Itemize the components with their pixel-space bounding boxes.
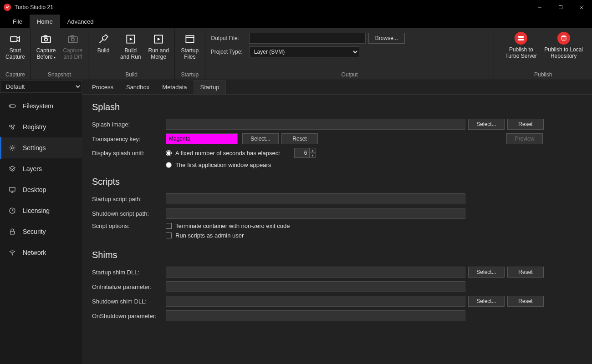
sidebar-item-licensing[interactable]: Licensing xyxy=(0,200,82,221)
oninit-input[interactable] xyxy=(166,281,465,292)
transparency-select-button[interactable]: Select... xyxy=(242,133,279,144)
shutdown-shim-reset-button[interactable]: Reset xyxy=(507,296,544,307)
start-capture-button[interactable]: Start Capture xyxy=(2,31,29,62)
ribbon-group-output: Output File: Browse... Project Type: Lay… xyxy=(205,28,494,80)
project-type-select[interactable]: Layer (SVM) xyxy=(249,46,359,57)
capture-diff-button[interactable]: Capture and Diff xyxy=(59,31,86,62)
layer-select[interactable]: Default xyxy=(0,80,82,93)
shutdown-shim-input[interactable] xyxy=(166,296,465,307)
menu-home[interactable]: Home xyxy=(30,15,60,28)
svg-point-19 xyxy=(10,106,11,106)
splash-image-select-button[interactable]: Select... xyxy=(468,119,505,130)
svg-point-20 xyxy=(10,125,12,127)
startup-files-button[interactable]: Startup Files xyxy=(177,31,203,62)
wrench-icon xyxy=(97,33,110,46)
splash-image-reset-button[interactable]: Reset xyxy=(507,119,544,130)
run-merge-button[interactable]: Run and Merge xyxy=(144,31,172,62)
preview-button[interactable]: Preview xyxy=(506,133,543,144)
svg-rect-16 xyxy=(518,39,524,40)
startup-shim-input[interactable] xyxy=(166,267,465,278)
splash-image-label: Splash Image: xyxy=(92,121,166,128)
sidebar-item-filesystem[interactable]: Filesystem xyxy=(0,96,82,116)
ribbon-group-snapshot: Capture Before▾ Capture and Diff Snapsho… xyxy=(31,28,88,80)
startup-shim-select-button[interactable]: Select... xyxy=(468,267,505,278)
layers-icon xyxy=(8,165,16,173)
terminate-checkbox-label: Terminate container with non-zero exit c… xyxy=(175,222,290,229)
tab-metadata[interactable]: Metadata xyxy=(156,80,193,94)
sidebar-item-network[interactable]: Network xyxy=(0,242,82,263)
radio-first-window-label: The first application window appears xyxy=(175,162,271,168)
build-run-button[interactable]: Build and Run xyxy=(117,31,144,62)
ribbon-group-publish: Publish to Turbo Server Publish to Local… xyxy=(494,28,592,80)
svg-point-17 xyxy=(561,35,566,37)
menubar: File Home Advanced xyxy=(0,15,592,28)
radio-fixed-seconds[interactable] xyxy=(166,150,172,156)
camera-dim-icon xyxy=(66,33,79,46)
radio-first-window[interactable] xyxy=(166,162,172,168)
seconds-up-button[interactable]: ▲ xyxy=(310,148,316,153)
camera-icon xyxy=(40,33,52,46)
sidebar-item-settings[interactable]: Settings xyxy=(0,137,82,158)
svg-point-9 xyxy=(71,38,75,41)
display-splash-label: Display splash until: xyxy=(92,150,166,157)
seconds-input[interactable] xyxy=(294,148,310,158)
splash-heading: Splash xyxy=(92,102,582,112)
ribbon-group-startup: Startup Files Startup xyxy=(175,28,205,80)
close-button[interactable] xyxy=(571,0,592,15)
svg-rect-4 xyxy=(11,37,17,42)
build-button[interactable]: Build xyxy=(90,31,117,56)
sidebar-item-layers[interactable]: Layers xyxy=(0,158,82,179)
clock-icon xyxy=(8,207,16,215)
scripts-heading: Scripts xyxy=(92,177,582,187)
seconds-spinbox[interactable]: ▲ ▼ xyxy=(294,148,316,158)
database-icon xyxy=(557,32,570,45)
startup-script-label: Startup script path: xyxy=(92,196,166,202)
seconds-down-button[interactable]: ▼ xyxy=(310,153,316,158)
lock-icon xyxy=(8,228,16,236)
transparency-label: Transparency key: xyxy=(92,136,166,142)
wifi-icon xyxy=(8,248,16,257)
sidebar-item-desktop[interactable]: Desktop xyxy=(0,179,82,200)
sidebar-item-security[interactable]: Security xyxy=(0,221,82,242)
publish-server-button[interactable]: Publish to Turbo Server xyxy=(500,31,541,60)
startup-script-input[interactable] xyxy=(166,193,465,204)
onshutdown-label: OnShutdown parameter: xyxy=(92,313,166,319)
maximize-button[interactable] xyxy=(550,0,571,15)
play-box-icon xyxy=(124,33,137,46)
shims-heading: Shims xyxy=(92,250,582,260)
cubes-icon xyxy=(8,123,16,131)
script-options-label: Script options: xyxy=(92,222,166,229)
play-box-icon xyxy=(152,33,165,46)
startup-shim-label: Startup shim DLL: xyxy=(92,269,166,276)
onshutdown-input[interactable] xyxy=(166,310,465,321)
shutdown-shim-select-button[interactable]: Select... xyxy=(468,296,505,307)
publish-local-button[interactable]: Publish to Local Repository xyxy=(541,31,586,60)
splash-image-input[interactable] xyxy=(166,119,465,130)
admin-checkbox[interactable] xyxy=(166,233,172,238)
capture-before-button[interactable]: Capture Before▾ xyxy=(33,31,60,63)
app-logo-icon xyxy=(4,4,11,11)
sidebar-item-registry[interactable]: Registry xyxy=(0,116,82,137)
shutdown-script-input[interactable] xyxy=(166,208,465,219)
radio-fixed-seconds-label: A fixed number of seconds has elapsed: xyxy=(175,150,281,157)
output-file-input[interactable] xyxy=(249,33,366,44)
terminate-checkbox[interactable] xyxy=(166,223,172,229)
tab-sandbox[interactable]: Sandbox xyxy=(120,80,156,94)
browse-button[interactable]: Browse... xyxy=(368,33,405,44)
window-icon xyxy=(184,33,196,46)
tab-startup[interactable]: Startup xyxy=(194,80,226,94)
svg-point-22 xyxy=(12,127,14,129)
disk-icon xyxy=(8,102,16,110)
startup-shim-reset-button[interactable]: Reset xyxy=(507,267,544,278)
minimize-button[interactable] xyxy=(529,0,550,15)
transparency-reset-button[interactable]: Reset xyxy=(281,133,318,144)
transparency-swatch: Magenta xyxy=(166,133,238,144)
titlebar: Turbo Studio 21 xyxy=(0,0,592,15)
camera-record-icon xyxy=(9,33,21,46)
menu-advanced[interactable]: Advanced xyxy=(60,15,101,28)
oninit-label: OnInitialize parameter: xyxy=(92,283,166,290)
svg-rect-1 xyxy=(559,6,562,9)
menu-file[interactable]: File xyxy=(5,15,30,28)
server-publish-icon xyxy=(515,32,527,45)
tab-process[interactable]: Process xyxy=(86,80,120,94)
